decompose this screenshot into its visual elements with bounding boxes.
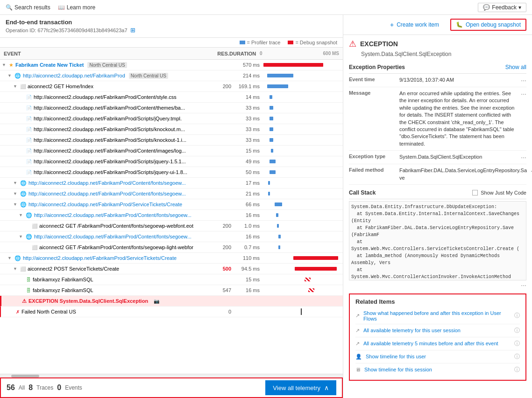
telemetry2-icon: ↗ bbox=[355, 341, 360, 347]
row-dur-cell: 1.0 ms bbox=[233, 223, 263, 229]
expand-icon[interactable]: ▼ bbox=[7, 73, 12, 78]
duration-bar-blue bbox=[270, 138, 273, 142]
debug-icon: 🐛 bbox=[456, 21, 463, 28]
database-icon: 🗄 bbox=[26, 277, 31, 282]
col-header-duration: DURATION bbox=[229, 51, 260, 56]
file-icon: 📄 bbox=[26, 95, 32, 100]
row-chart-cell bbox=[263, 124, 343, 134]
table-row[interactable]: ▼ 🌐 http://aiconnect2.cloudapp.net/Fabri… bbox=[0, 253, 343, 264]
table-row[interactable]: 🗄 fabrikamxyz FabrikamSQL 547 16 ms bbox=[0, 285, 343, 296]
expand-icon[interactable]: ▼ bbox=[19, 234, 23, 239]
row-event-cell: 📄 http://aiconnect2.cloudapp.net/Fabrika… bbox=[0, 93, 214, 101]
create-work-item-button[interactable]: + Create work item bbox=[386, 19, 443, 30]
my-code-checkbox[interactable] bbox=[472, 190, 478, 196]
expand-icon[interactable]: ▼ bbox=[13, 181, 17, 185]
row-event-cell: ✗ Failed North Central US bbox=[1, 308, 214, 315]
related-item-user-flows[interactable]: ↗ Show what happened before and after th… bbox=[355, 308, 520, 324]
row-event-cell: 📄 http://aiconnect2.cloudapp.net/Fabrika… bbox=[0, 136, 214, 144]
feedback-button[interactable]: 💬 Feedback ▾ bbox=[478, 3, 526, 12]
show-all-button[interactable]: Show all bbox=[505, 64, 526, 70]
search-results-link[interactable]: 🔍 Search results bbox=[6, 4, 50, 11]
table-row[interactable]: ▼ 🌐 http://aiconnect2.cloudapp.net/Fabri… bbox=[0, 210, 343, 221]
count-events: 0 bbox=[57, 384, 61, 392]
table-row[interactable]: ▼ ⬜ aiconnect2 GET Home/Index 200 169.1 … bbox=[0, 81, 343, 92]
horizontal-scrollbar[interactable] bbox=[0, 374, 343, 377]
table-row[interactable]: 🗄 fabrikamxyz FabrikamSQL 15 ms bbox=[0, 274, 343, 285]
row-event-cell: 📄 http://aiconnect2.cloudapp.net/Fabrika… bbox=[0, 147, 214, 154]
exception-header: ⚠ EXCEPTION bbox=[349, 39, 526, 49]
call-stack-content[interactable]: System.Data.Entity.Infrastructure.DbUpda… bbox=[349, 201, 526, 280]
learn-more-link[interactable]: 📖 Learn more bbox=[58, 4, 95, 11]
related-item-5min-telemetry[interactable]: ↗ All available telemetry 5 minutes befo… bbox=[355, 337, 520, 350]
star-icon: ★ bbox=[9, 62, 14, 68]
flow-icon: ↗ bbox=[355, 313, 360, 319]
exception-title: EXCEPTION bbox=[360, 40, 398, 48]
info-icon-5: ⓘ bbox=[514, 366, 520, 374]
table-row[interactable]: ▼ 🌐 http://aiconnect2.cloudapp.net/Fabri… bbox=[0, 231, 343, 242]
table-row[interactable]: 📄 http://aiconnect2.cloudapp.net/Fabrika… bbox=[0, 92, 343, 103]
row-label: http://aiconnect2.cloudapp.net/FabrikamP… bbox=[34, 137, 186, 143]
row-chart-cell bbox=[263, 189, 343, 199]
row-chart-cell bbox=[263, 156, 343, 167]
exception-type-more[interactable]: ··· bbox=[521, 154, 526, 161]
table-row[interactable]: ⬜ aiconnect2 GET /FabrikamProd/Content/f… bbox=[0, 242, 343, 253]
row-chart-cell bbox=[263, 81, 343, 91]
table-row[interactable]: 📄 http://aiconnect2.cloudapp.net/Fabrika… bbox=[0, 156, 343, 167]
row-chart-cell bbox=[263, 103, 343, 113]
table-row[interactable]: ▼ 🌐 http://aiconnect2.cloudapp.net/Fabri… bbox=[0, 189, 343, 199]
row-event-cell: ▼ ⬜ aiconnect2 GET Home/Index bbox=[0, 83, 214, 90]
row-dur-cell: 110 ms bbox=[233, 255, 263, 261]
row-label: aiconnect2 GET /FabrikamProd/Content/fon… bbox=[39, 223, 193, 229]
globe-icon: 🌐 bbox=[14, 255, 21, 261]
message-more[interactable]: ··· bbox=[521, 90, 526, 98]
info-icon-3: ⓘ bbox=[514, 340, 520, 348]
table-row[interactable]: 📄 http://aiconnect2.cloudapp.net/Fabrika… bbox=[0, 146, 343, 156]
table-row[interactable]: 📄 http://aiconnect2.cloudapp.net/Fabrika… bbox=[0, 124, 343, 135]
expand-icon[interactable]: ▼ bbox=[7, 256, 12, 260]
table-row[interactable]: ▼ ⬜ aiconnect2 POST ServiceTickets/Creat… bbox=[0, 264, 343, 274]
event-time-more[interactable]: ··· bbox=[521, 77, 526, 84]
scrollbar-thumb[interactable] bbox=[11, 375, 39, 377]
table-row[interactable]: ▼ 🌐 http://aiconnect2.cloudapp.net/Fabri… bbox=[0, 178, 343, 189]
legend-profiler: = Profiler trace bbox=[240, 40, 281, 45]
row-chart-cell bbox=[263, 70, 343, 81]
bottom-stats: 56 All 8 Traces 0 Events bbox=[7, 384, 82, 392]
related-item-user-session-telemetry[interactable]: ↗ All available telemetry for this user … bbox=[355, 324, 520, 337]
view-all-telemetry-button[interactable]: View all telemetry ∧ bbox=[265, 380, 336, 395]
row-chart-cell bbox=[263, 296, 343, 306]
row-dur-cell: 14 ms bbox=[233, 94, 263, 100]
row-event-cell: 🗄 fabrikamxyz FabrikamSQL bbox=[0, 276, 214, 283]
expand-icon[interactable]: ▼ bbox=[13, 266, 17, 271]
row-event-cell: 📄 http://aiconnect2.cloudapp.net/Fabrika… bbox=[0, 168, 214, 176]
expand-icon[interactable]: ▼ bbox=[13, 84, 17, 89]
duration-bar-blue bbox=[270, 95, 272, 99]
related-item-user-timeline[interactable]: 👤 Show timeline for this user ⓘ bbox=[355, 350, 520, 363]
call-stack-more-button[interactable]: ··· bbox=[349, 280, 526, 290]
table-row[interactable]: 📄 http://aiconnect2.cloudapp.net/Fabrika… bbox=[0, 135, 343, 146]
right-top-actions: + Create work item 🐛 Open debug snapshot bbox=[343, 15, 532, 35]
table-row[interactable]: ▼ 🌐 http://aiconnect2.cloudapp.net/Fabri… bbox=[0, 199, 343, 210]
table-row[interactable]: ▼ ★ Fabrikam Create New Ticket North Cen… bbox=[0, 60, 343, 70]
row-res-cell: 500 bbox=[214, 266, 233, 272]
expand-icon[interactable]: ▼ bbox=[2, 63, 6, 67]
show-just-my-code-toggle[interactable]: Show Just My Code bbox=[472, 190, 526, 196]
expand-icon[interactable]: ▼ bbox=[13, 191, 17, 196]
table-row[interactable]: 📄 http://aiconnect2.cloudapp.net/Fabrika… bbox=[0, 103, 343, 113]
table-row[interactable]: 📄 http://aiconnect2.cloudapp.net/Fabrika… bbox=[0, 113, 343, 124]
expand-icon[interactable]: ▼ bbox=[19, 213, 23, 217]
table-row[interactable]: 📄 http://aiconnect2.cloudapp.net/Fabrika… bbox=[0, 167, 343, 178]
expand-icon[interactable]: ▼ bbox=[13, 202, 17, 207]
row-event-cell: ⬜ aiconnect2 GET /FabrikamProd/Content/f… bbox=[0, 222, 214, 230]
server-icon: ⬜ bbox=[20, 84, 26, 89]
related-item-session-timeline[interactable]: 🖥 Show timeline for this session ⓘ bbox=[355, 363, 520, 376]
file-icon: 📄 bbox=[26, 116, 32, 121]
row-chart-cell bbox=[263, 167, 343, 177]
row-event-cell: ▼ 🌐 http://aiconnect2.cloudapp.net/Fabri… bbox=[0, 190, 214, 198]
table-row[interactable]: ▼ 🌐 http://aiconnect2.cloudapp.net/Fabri… bbox=[0, 70, 343, 81]
table-row[interactable]: ✗ Failed North Central US 0 bbox=[0, 307, 343, 317]
table-row[interactable]: ⚠ EXCEPTION System.Data.SqlClient.SqlExc… bbox=[0, 296, 343, 307]
open-debug-snapshot-button[interactable]: 🐛 Open debug snapshot bbox=[450, 19, 526, 31]
call-stack-header: Call Stack Show Just My Code bbox=[349, 187, 526, 199]
table-row[interactable]: ⬜ aiconnect2 GET /FabrikamProd/Content/f… bbox=[0, 221, 343, 231]
row-chart-cell bbox=[263, 135, 343, 145]
